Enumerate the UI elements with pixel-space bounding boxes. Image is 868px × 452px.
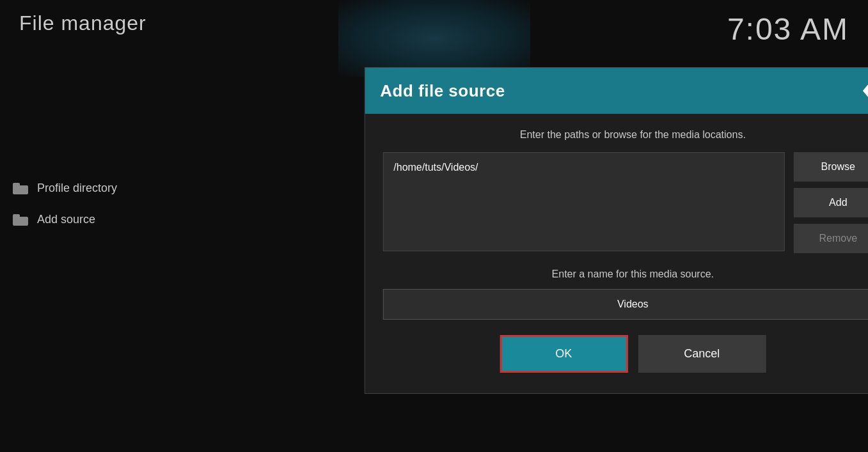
sidebar: Profile directory Add source [0,0,154,452]
dialog-header: Add file source [365,68,868,114]
dialog-title: Add file source [380,81,505,101]
svg-marker-0 [862,83,868,98]
browse-button[interactable]: Browse [793,152,868,182]
path-textarea[interactable]: /home/tuts/Videos/ [383,152,784,251]
sidebar-item-label-profile-directory: Profile directory [37,182,117,195]
path-buttons: Browse Add Remove [793,152,868,253]
folder-icon-add-source [13,214,28,226]
add-file-source-dialog: Add file source Enter the paths or brows… [364,67,868,394]
add-button[interactable]: Add [793,188,868,217]
name-instruction: Enter a name for this media source. [383,269,868,280]
paths-instruction: Enter the paths or browse for the media … [383,129,868,141]
source-name-input[interactable] [383,289,868,320]
path-section: /home/tuts/Videos/ Browse Add Remove [383,152,868,253]
kodi-logo [860,78,868,104]
sidebar-item-profile-directory[interactable]: Profile directory [0,173,154,204]
sidebar-item-add-source[interactable]: Add source [0,204,154,235]
remove-button[interactable]: Remove [793,224,868,253]
sidebar-item-label-add-source: Add source [37,213,95,226]
dialog-body: Enter the paths or browse for the media … [365,114,868,393]
ok-button[interactable]: OK [500,335,627,373]
folder-icon [13,183,28,194]
cancel-button[interactable]: Cancel [638,335,766,373]
clock: 7:03 AM [727,12,849,47]
dialog-footer: OK Cancel [383,335,868,378]
